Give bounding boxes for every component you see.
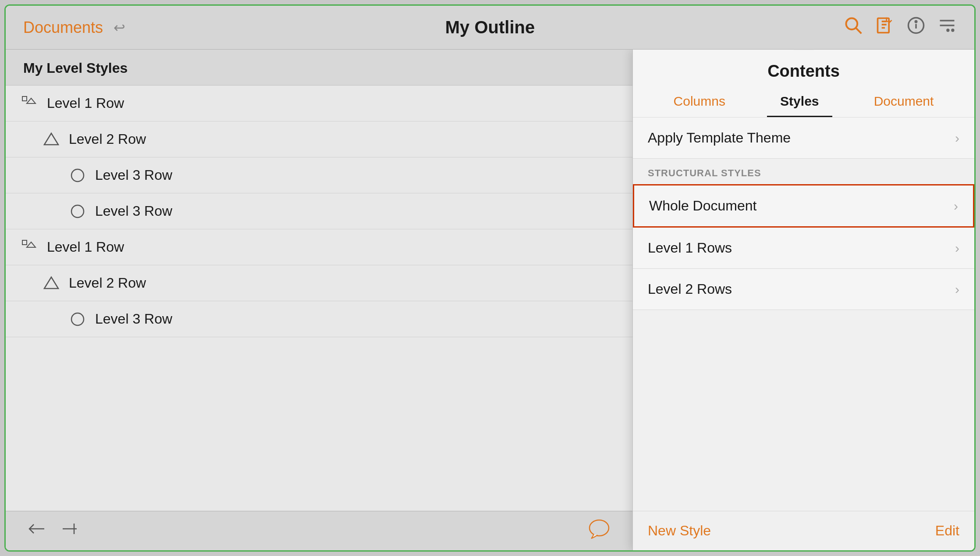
- edit-button[interactable]: Edit: [935, 523, 959, 539]
- svg-line-1: [856, 28, 861, 33]
- item-label: Level 2 Row: [69, 131, 146, 147]
- header-title: My Outline: [257, 18, 724, 37]
- chevron-right-icon: ›: [955, 131, 959, 146]
- list-item[interactable]: Level 3 Row: [6, 193, 632, 229]
- svg-marker-16: [27, 242, 36, 247]
- circle-icon: [67, 203, 88, 219]
- whole-document-item[interactable]: Whole Document ›: [633, 184, 974, 228]
- tab-columns[interactable]: Columns: [660, 89, 739, 117]
- svg-marker-12: [44, 133, 58, 145]
- svg-point-13: [71, 169, 84, 182]
- list-item[interactable]: Level 3 Row: [6, 301, 632, 337]
- outline-panel-title: My Level Styles: [23, 60, 128, 76]
- search-icon[interactable]: [844, 16, 863, 39]
- header-right: [724, 16, 957, 39]
- item-label: Level 1 Row: [47, 95, 124, 111]
- svg-point-8: [951, 29, 954, 32]
- item-label: Level 2 Row: [69, 275, 146, 291]
- svg-point-14: [71, 205, 84, 217]
- svg-marker-11: [27, 98, 36, 103]
- whole-document-label: Whole Document: [649, 198, 756, 214]
- item-label: Level 3 Row: [95, 167, 172, 183]
- chevron-right-icon: ›: [955, 282, 959, 297]
- header: Documents ↩ My Outline: [6, 6, 974, 50]
- tab-row: Columns Styles Document: [646, 89, 961, 117]
- circle-icon: [67, 311, 88, 327]
- info-icon[interactable]: [907, 16, 925, 39]
- triangle-icon: [41, 275, 62, 291]
- contents-header: Contents Columns Styles Document: [633, 50, 974, 118]
- item-label: Level 3 Row: [95, 203, 172, 219]
- svg-point-5: [915, 21, 917, 23]
- bottom-toolbar: [6, 511, 632, 550]
- table-triangle-icon: [19, 96, 40, 111]
- chevron-right-icon: ›: [955, 241, 959, 256]
- triangle-icon: [41, 132, 62, 147]
- contents-title: Contents: [646, 62, 961, 81]
- back-button[interactable]: ↩: [114, 19, 125, 36]
- circle-icon: [67, 168, 88, 183]
- nav-buttons: [28, 521, 79, 541]
- svg-point-0: [846, 18, 858, 30]
- list-item[interactable]: Level 2 Row: [6, 121, 632, 157]
- contents-panel: Contents Columns Styles Document Apply T…: [632, 50, 974, 550]
- level1-rows-label: Level 1 Rows: [648, 240, 732, 256]
- outline-panel: My Level Styles Level 1 Row: [6, 50, 632, 550]
- svg-point-18: [71, 313, 84, 325]
- nav-forward-button[interactable]: [60, 521, 79, 541]
- list-item[interactable]: Level 3 Row: [6, 157, 632, 193]
- contents-body: Apply Template Theme › STRUCTURAL STYLES…: [633, 118, 974, 511]
- share-icon[interactable]: [875, 16, 895, 39]
- documents-button[interactable]: Documents: [23, 18, 103, 37]
- list-item[interactable]: Level 1 Row: [6, 86, 632, 121]
- page-title: My Outline: [445, 18, 535, 37]
- item-label: Level 1 Row: [47, 239, 124, 255]
- apply-template-label: Apply Template Theme: [648, 130, 791, 146]
- chevron-right-icon: ›: [954, 199, 958, 214]
- level2-rows-label: Level 2 Rows: [648, 281, 732, 297]
- outline-header: My Level Styles: [6, 50, 632, 86]
- nav-back-button[interactable]: [28, 521, 47, 541]
- comment-icon[interactable]: [588, 518, 611, 544]
- svg-point-22: [589, 520, 609, 536]
- level2-rows-item[interactable]: Level 2 Rows ›: [633, 269, 974, 310]
- header-left: Documents ↩: [23, 18, 257, 37]
- apply-template-item[interactable]: Apply Template Theme ›: [633, 118, 974, 159]
- new-style-button[interactable]: New Style: [648, 523, 711, 539]
- item-label: Level 3 Row: [95, 311, 172, 327]
- list-item[interactable]: Level 2 Row: [6, 265, 632, 301]
- contents-footer: New Style Edit: [633, 511, 974, 550]
- svg-marker-17: [44, 277, 58, 289]
- level1-rows-item[interactable]: Level 1 Rows ›: [633, 228, 974, 269]
- svg-rect-15: [22, 240, 27, 245]
- structural-styles-label: STRUCTURAL STYLES: [633, 159, 974, 184]
- table-triangle-icon: [19, 239, 40, 255]
- menu-icon[interactable]: [937, 16, 957, 39]
- main-area: My Level Styles Level 1 Row: [6, 50, 974, 550]
- svg-rect-10: [22, 96, 27, 101]
- list-item[interactable]: Level 1 Row: [6, 229, 632, 265]
- tab-styles[interactable]: Styles: [767, 89, 832, 117]
- tab-document[interactable]: Document: [861, 89, 947, 117]
- svg-point-9: [946, 29, 949, 32]
